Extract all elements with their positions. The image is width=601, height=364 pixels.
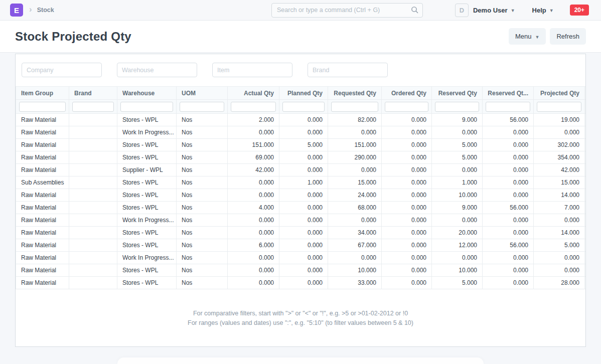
- breadcrumb-stock[interactable]: Stock: [37, 7, 54, 14]
- company-filter-input[interactable]: [22, 63, 102, 77]
- page-title: Stock Projected Qty: [15, 30, 131, 44]
- search-icon[interactable]: [411, 6, 419, 14]
- table-cell: Raw Material: [16, 214, 69, 227]
- table-cell: 0.000: [382, 252, 432, 264]
- table-cell: 0.000: [279, 126, 328, 139]
- column-filter-input[interactable]: [435, 102, 479, 112]
- table-cell: 0.000: [279, 227, 328, 239]
- table-cell: Work In Progress...: [117, 126, 177, 139]
- table-cell: 0.000: [279, 277, 328, 289]
- item-filter-input[interactable]: [212, 63, 292, 77]
- column-header[interactable]: Ordered Qty: [382, 87, 432, 100]
- table-cell: 0.000: [483, 176, 534, 189]
- search-input[interactable]: [271, 3, 423, 18]
- report-card: Item GroupBrandWarehouseUOMActual QtyPla…: [15, 54, 586, 347]
- column-filter-input[interactable]: [537, 102, 581, 112]
- column-header[interactable]: Warehouse: [117, 87, 177, 100]
- app-logo[interactable]: E: [10, 4, 23, 17]
- column-filter-input[interactable]: [72, 102, 114, 112]
- column-header[interactable]: Reserved Qty: [432, 87, 483, 100]
- table-cell: 0.000: [483, 151, 534, 164]
- column-filter-input[interactable]: [231, 102, 276, 112]
- column-filter-input[interactable]: [486, 102, 530, 112]
- table-cell: [69, 214, 117, 227]
- table-cell: [69, 176, 117, 189]
- table-cell: 6.000: [228, 239, 279, 252]
- table-cell: 56.000: [483, 202, 534, 214]
- table-cell: Raw Material: [16, 151, 69, 164]
- brand-filter-input[interactable]: [308, 63, 388, 77]
- page-body: Item GroupBrandWarehouseUOMActual QtyPla…: [0, 54, 601, 347]
- menu-button[interactable]: Menu ▼: [509, 28, 546, 45]
- help-menu[interactable]: Help ▼: [532, 7, 554, 14]
- table-cell: 0.000: [483, 189, 534, 202]
- table-cell: Raw Material: [16, 189, 69, 202]
- table-cell: Nos: [177, 139, 228, 151]
- table-cell: 67.000: [328, 239, 382, 252]
- notifications-badge[interactable]: 20+: [570, 5, 589, 16]
- table-cell: 24.000: [328, 189, 382, 202]
- table-cell: Stores - WPL: [117, 277, 177, 289]
- refresh-button[interactable]: Refresh: [550, 28, 586, 45]
- table-cell: [69, 227, 117, 239]
- table-cell: 0.000: [382, 277, 432, 289]
- table-cell: 0.000: [279, 114, 328, 126]
- column-header[interactable]: R: [585, 87, 586, 100]
- table-cell: 42.000: [534, 164, 585, 176]
- column-header[interactable]: Item Group: [16, 87, 69, 100]
- column-filter-cell: [177, 100, 228, 114]
- table-cell: [585, 114, 586, 126]
- table-cell: 0.000: [432, 214, 483, 227]
- table-cell: 19.000: [534, 114, 585, 126]
- table-cell: Stores - WPL: [117, 189, 177, 202]
- chevron-down-icon: ▼: [535, 35, 540, 40]
- table-cell: [69, 114, 117, 126]
- table-cell: 0.000: [534, 264, 585, 277]
- warehouse-filter-input[interactable]: [117, 63, 197, 77]
- column-filter-input[interactable]: [331, 102, 378, 112]
- table-cell: 0.000: [228, 264, 279, 277]
- column-header[interactable]: Projected Qty: [534, 87, 585, 100]
- table-cell: 0.000: [382, 176, 432, 189]
- table-cell: Nos: [177, 114, 228, 126]
- table-cell: 0.000: [328, 214, 382, 227]
- column-header[interactable]: Planned Qty: [279, 87, 328, 100]
- column-header[interactable]: Brand: [69, 87, 117, 100]
- table-cell: 9.000: [432, 114, 483, 126]
- column-filter-input[interactable]: [385, 102, 428, 112]
- table-cell: [69, 189, 117, 202]
- table-cell: Nos: [177, 151, 228, 164]
- column-filter-input[interactable]: [282, 102, 325, 112]
- table-row: Raw MaterialStores - WPLNos69.0000.00029…: [16, 151, 586, 164]
- avatar[interactable]: D: [455, 4, 469, 17]
- column-filter-cell: [382, 100, 432, 114]
- column-filter-input[interactable]: [120, 102, 173, 112]
- column-filter-input[interactable]: [19, 102, 66, 112]
- table-cell: [585, 176, 586, 189]
- table-cell: 0.000: [483, 227, 534, 239]
- table-cell: Raw Material: [16, 227, 69, 239]
- global-search[interactable]: [271, 3, 423, 18]
- page-actions: Menu ▼ Refresh: [509, 28, 586, 45]
- column-header[interactable]: Actual Qty: [228, 87, 279, 100]
- table-cell: 302.000: [534, 139, 585, 151]
- table-cell: Nos: [177, 189, 228, 202]
- table-cell: Raw Material: [16, 126, 69, 139]
- table-cell: 290.000: [328, 151, 382, 164]
- table-row: Raw MaterialSupplier - WPLNos42.0000.000…: [16, 164, 586, 176]
- filter-help-note: For comparative filters, start with ">" …: [16, 309, 585, 328]
- table-cell: 0.000: [279, 239, 328, 252]
- table-cell: [585, 227, 586, 239]
- column-header[interactable]: Requested Qty: [328, 87, 382, 100]
- table-cell: 56.000: [483, 239, 534, 252]
- table-cell: 0.000: [328, 252, 382, 264]
- column-filter-input[interactable]: [180, 102, 224, 112]
- table-cell: 0.000: [228, 214, 279, 227]
- table-cell: Nos: [177, 277, 228, 289]
- user-menu[interactable]: Demo User ▼: [473, 7, 515, 14]
- column-header[interactable]: Reserved Qt...: [483, 87, 534, 100]
- table-cell: Raw Material: [16, 264, 69, 277]
- column-header[interactable]: UOM: [177, 87, 228, 100]
- table-cell: [585, 189, 586, 202]
- table-cell: 0.000: [483, 214, 534, 227]
